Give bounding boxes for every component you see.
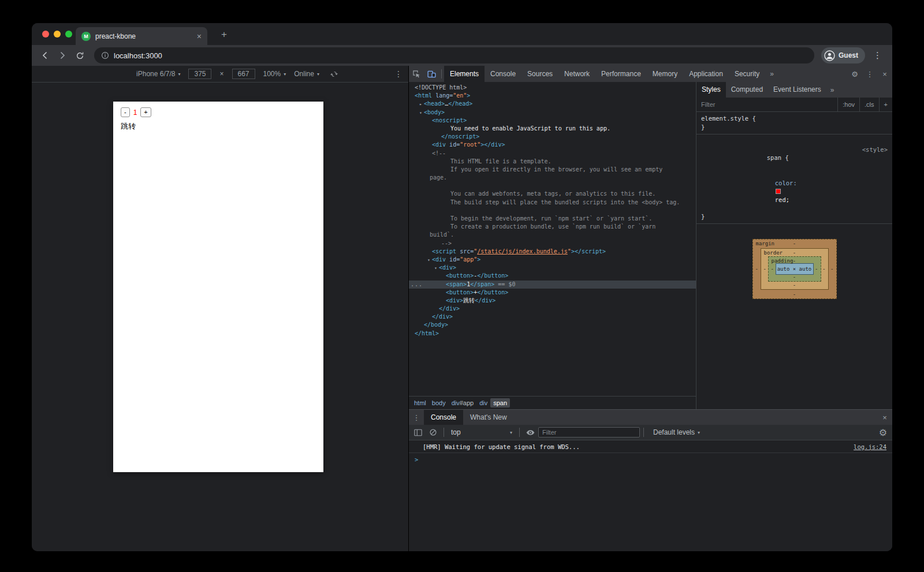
breadcrumb-item[interactable]: span [490, 398, 510, 407]
breadcrumb-item[interactable]: body [429, 398, 449, 407]
dom-tree-line[interactable]: <div id="root"></div> [409, 141, 696, 149]
drawer-close-icon[interactable]: × [877, 410, 892, 425]
new-style-rule-button[interactable]: + [879, 98, 892, 112]
jump-link[interactable]: 跳转 [121, 121, 323, 132]
reload-icon[interactable] [72, 48, 87, 63]
color-swatch[interactable] [776, 189, 781, 194]
dom-tree-line[interactable] [409, 182, 696, 190]
tab-event-listeners[interactable]: Event Listeners [768, 82, 826, 98]
dom-tree-line[interactable]: --> [409, 240, 696, 248]
element-class-toggle[interactable]: .cls [859, 98, 879, 112]
new-tab-button[interactable]: + [217, 28, 232, 42]
url-bar[interactable]: localhost:3000 [94, 47, 814, 63]
dom-tree-line[interactable]: This HTML file is a template. [409, 158, 696, 166]
box-model-margin[interactable]: margin - - - - border - - - [752, 239, 837, 299]
info-icon[interactable] [101, 51, 109, 59]
clear-console-icon[interactable] [426, 425, 440, 440]
dom-tree-line[interactable] [409, 207, 696, 215]
minimize-window-button[interactable] [54, 31, 61, 38]
dom-tree-line[interactable]: You need to enable JavaScript to run thi… [409, 125, 696, 133]
box-model-border[interactable]: border - - - - padding - - [761, 248, 829, 290]
rotate-icon[interactable] [330, 70, 338, 78]
disclosure-arrow-icon[interactable]: ▾ [426, 256, 432, 264]
dom-tree-line[interactable]: The build step will place the bundled sc… [409, 199, 696, 207]
console-log-source-link[interactable]: log.js:24 [854, 443, 886, 450]
tab-computed[interactable]: Computed [726, 82, 768, 98]
dom-tree-line[interactable]: <!DOCTYPE html> [409, 84, 696, 92]
tab-whats-new[interactable]: What's New [463, 410, 514, 425]
breadcrumb-item[interactable]: div#app [449, 398, 477, 407]
device-select[interactable]: iPhone 6/7/8 ▾ [136, 70, 180, 78]
disclosure-arrow-icon[interactable]: ▾ [433, 264, 439, 272]
breadcrumb-item[interactable]: html [411, 398, 429, 407]
console-filter-input[interactable] [538, 427, 640, 438]
device-toolbar-toggle-icon[interactable] [424, 66, 439, 82]
more-panels-icon[interactable]: » [765, 70, 778, 78]
css-property-name[interactable]: color: [775, 180, 797, 186]
box-model-padding[interactable]: padding - - - - auto × auto [768, 256, 821, 282]
tab-security[interactable]: Security [729, 66, 765, 82]
disclosure-arrow-icon[interactable]: ▾ [418, 109, 424, 117]
drawer-menu-icon[interactable]: ⋮ [409, 410, 424, 425]
tab-styles[interactable]: Styles [696, 82, 726, 98]
devtools-settings-icon[interactable]: ⚙ [847, 66, 862, 82]
dom-tree-line[interactable]: <div>跳转</div> [409, 297, 696, 305]
browser-menu-icon[interactable]: ⋮ [869, 50, 886, 61]
browser-tab[interactable]: M preact-kbone × [76, 27, 207, 45]
dom-tree-line[interactable]: </div> [409, 305, 696, 313]
css-property-value[interactable]: red; [775, 196, 789, 203]
styles-more-tabs-icon[interactable]: » [826, 86, 839, 94]
console-levels-select[interactable]: Default levels ▾ [647, 428, 706, 436]
profile-chip[interactable]: Guest [821, 47, 865, 63]
rule-source-link[interactable]: <style> [862, 145, 888, 154]
increment-button[interactable]: + [140, 107, 151, 117]
zoom-select[interactable]: 100% ▾ [263, 70, 286, 78]
breadcrumb-item[interactable]: div [476, 398, 490, 407]
maximize-window-button[interactable] [65, 31, 72, 38]
tab-network[interactable]: Network [558, 66, 595, 82]
dom-tree-line[interactable]: If you open it directly in the browser, … [409, 166, 696, 174]
dom-tree-line[interactable]: </body> [409, 321, 696, 329]
tab-close-icon[interactable]: × [197, 32, 202, 41]
tab-application[interactable]: Application [683, 66, 729, 82]
device-width-input[interactable] [188, 69, 211, 79]
tab-console[interactable]: Console [485, 66, 521, 82]
tab-sources[interactable]: Sources [521, 66, 558, 82]
dom-tree-line[interactable]: ▾<div> [409, 264, 696, 272]
decrement-button[interactable]: - [121, 107, 130, 117]
devtools-close-icon[interactable]: × [877, 66, 892, 82]
dom-tree-line[interactable]: </html> [409, 330, 696, 338]
box-model-content[interactable]: auto × auto [776, 263, 814, 275]
dom-tree-line[interactable]: <noscript> [409, 117, 696, 125]
dom-tree-line[interactable]: ▾<body> [409, 109, 696, 117]
element-style-rule[interactable]: element.style { } [696, 112, 892, 134]
tab-performance[interactable]: Performance [595, 66, 647, 82]
dom-tree-line[interactable]: <button>+</button> [409, 289, 696, 297]
eye-icon[interactable] [523, 425, 537, 440]
dom-tree-line[interactable]: To create a production bundle, use `npm … [409, 223, 696, 231]
tab-elements[interactable]: Elements [444, 66, 485, 82]
close-window-button[interactable] [42, 31, 49, 38]
console-context-select[interactable]: top ▾ [448, 428, 516, 436]
dom-tree-line[interactable]: <html lang="en"> [409, 92, 696, 100]
inspect-icon[interactable] [409, 66, 424, 82]
network-throttle-select[interactable]: Online ▾ [294, 70, 319, 78]
dom-tree-line[interactable]: ...<span>1</span> == $0 [409, 281, 696, 289]
devtools-menu-icon[interactable]: ⋮ [862, 66, 877, 82]
console-sidebar-icon[interactable] [411, 425, 425, 440]
tab-memory[interactable]: Memory [647, 66, 683, 82]
dom-tree-line[interactable]: page. [409, 174, 696, 182]
span-style-rule[interactable]: <style> span { color: red; } [696, 134, 892, 224]
dom-tree-line[interactable]: <button>-</button> [409, 272, 696, 280]
device-toolbar-menu-icon[interactable]: ⋮ [394, 69, 403, 78]
disclosure-arrow-icon[interactable]: ▸ [418, 100, 424, 109]
dom-tree-line[interactable]: ▸<head>…</head> [409, 100, 696, 108]
console-settings-icon[interactable]: ⚙ [876, 425, 890, 440]
forward-icon[interactable] [55, 48, 70, 63]
dom-tree-line[interactable]: <script src="/static/js/index.bundle.js"… [409, 248, 696, 256]
tab-console-drawer[interactable]: Console [424, 410, 463, 425]
back-icon[interactable] [38, 48, 53, 63]
dom-tree-line[interactable]: </noscript> [409, 133, 696, 141]
dom-tree-line[interactable]: ▾<div id="app"> [409, 256, 696, 264]
dom-tree-line[interactable]: build`. [409, 231, 696, 239]
